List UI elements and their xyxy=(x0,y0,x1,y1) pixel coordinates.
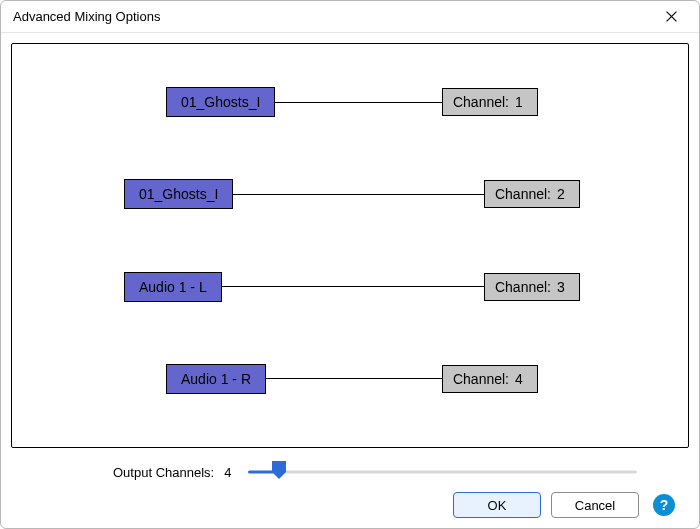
source-box[interactable]: 01_Ghosts_I xyxy=(124,179,233,209)
slider-thumb-icon xyxy=(271,460,287,480)
link-line xyxy=(275,102,442,103)
mapping-row: Audio 1 - R Channel: 4 xyxy=(32,361,668,397)
output-channels-value: 4 xyxy=(224,465,238,480)
slider-thumb[interactable] xyxy=(271,460,287,480)
link-line xyxy=(266,378,442,379)
channel-number: 2 xyxy=(557,186,569,202)
link-line xyxy=(233,194,484,195)
link-line xyxy=(222,286,484,287)
channel-number: 1 xyxy=(515,94,527,110)
channel-prefix: Channel: xyxy=(453,371,509,387)
output-channels-slider[interactable] xyxy=(248,460,637,484)
window-title: Advanced Mixing Options xyxy=(13,9,653,24)
mapping-row: Audio 1 - L Channel: 3 xyxy=(32,269,668,305)
channel-box[interactable]: Channel: 4 xyxy=(442,365,538,393)
help-icon: ? xyxy=(660,497,669,513)
content-area: 01_Ghosts_I Channel: 1 01_Ghosts_I Chann… xyxy=(1,33,699,528)
channel-prefix: Channel: xyxy=(495,279,551,295)
dialog-window: Advanced Mixing Options 01_Ghosts_I Chan… xyxy=(0,0,700,529)
mapping-row: 01_Ghosts_I Channel: 2 xyxy=(32,176,668,212)
close-icon xyxy=(666,11,677,22)
titlebar: Advanced Mixing Options xyxy=(1,1,699,33)
channel-number: 3 xyxy=(557,279,569,295)
channel-box[interactable]: Channel: 1 xyxy=(442,88,538,116)
slider-rail-empty xyxy=(279,471,637,474)
ok-button[interactable]: OK xyxy=(453,492,541,518)
help-button[interactable]: ? xyxy=(653,494,675,516)
cancel-button[interactable]: Cancel xyxy=(551,492,639,518)
mapping-row: 01_Ghosts_I Channel: 1 xyxy=(32,84,668,120)
close-button[interactable] xyxy=(653,3,689,31)
channel-prefix: Channel: xyxy=(453,94,509,110)
channel-box[interactable]: Channel: 3 xyxy=(484,273,580,301)
source-box[interactable]: Audio 1 - R xyxy=(166,364,266,394)
channel-prefix: Channel: xyxy=(495,186,551,202)
dialog-buttons: OK Cancel ? xyxy=(23,492,677,518)
output-channels-label: Output Channels: xyxy=(113,465,214,480)
source-box[interactable]: 01_Ghosts_I xyxy=(166,87,275,117)
bottom-area: Output Channels: 4 OK Cancel ? xyxy=(11,448,689,528)
channel-box[interactable]: Channel: 2 xyxy=(484,180,580,208)
channel-number: 4 xyxy=(515,371,527,387)
mapping-rows: 01_Ghosts_I Channel: 1 01_Ghosts_I Chann… xyxy=(32,74,668,417)
source-box[interactable]: Audio 1 - L xyxy=(124,272,222,302)
output-channels-row: Output Channels: 4 xyxy=(23,460,677,484)
mapping-panel: 01_Ghosts_I Channel: 1 01_Ghosts_I Chann… xyxy=(11,43,689,448)
